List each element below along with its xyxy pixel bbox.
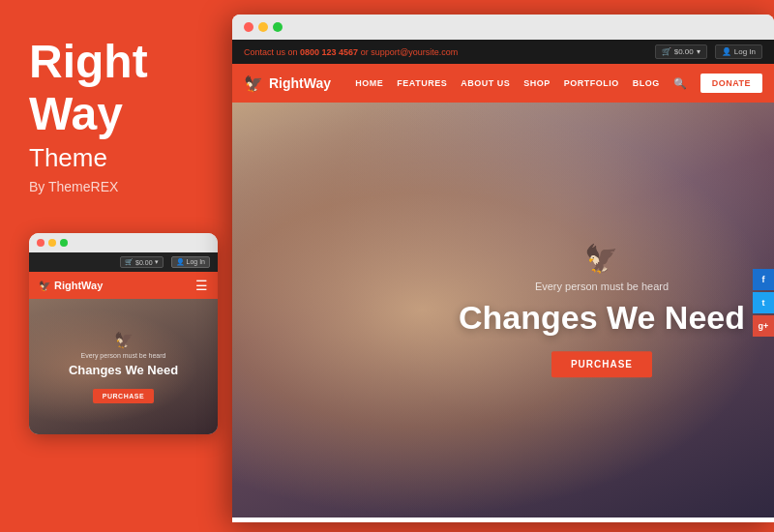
mobile-cart-button[interactable]: 🛒 $0.00 ▾ — [120, 256, 164, 268]
desktop-twitter-button[interactable]: t — [753, 292, 774, 313]
left-panel: Right Way Theme By ThemeREX 🛒 $0.00 ▾ 👤 … — [0, 0, 237, 532]
desktop-hero-eagle-icon: 🦅 — [459, 243, 745, 275]
desktop-hero-title: Changes We Need — [459, 300, 745, 336]
desktop-hero-tagline: Every person must be heard — [459, 281, 745, 292]
mobile-logo-text: RightWay — [54, 280, 103, 291]
desktop-hero-content: 🦅 Every person must be heard Changes We … — [459, 243, 745, 377]
desktop-donate-button[interactable]: DONATE — [700, 74, 762, 93]
mobile-login-button[interactable]: 👤 Log In — [171, 256, 210, 268]
mobile-dot-yellow — [48, 239, 56, 247]
desktop-search-icon[interactable]: 🔍 — [673, 77, 687, 90]
desktop-social-buttons: f t g+ — [753, 269, 774, 337]
theme-title: Right Way — [29, 39, 208, 143]
mobile-hero: 🦅 Every person must be heard Changes We … — [29, 299, 218, 434]
mobile-hero-tagline: Every person must be heard — [69, 352, 178, 359]
desktop-browser-bar — [232, 15, 774, 40]
mobile-nav: 🦅 RightWay ☰ — [29, 272, 218, 299]
mobile-hamburger-icon[interactable]: ☰ — [195, 278, 208, 293]
mobile-mockup: 🛒 $0.00 ▾ 👤 Log In 🦅 RightWay ☰ 🦅 Every … — [29, 233, 218, 434]
desktop-googleplus-button[interactable]: g+ — [753, 315, 774, 337]
desktop-dot-yellow — [258, 22, 268, 32]
mobile-eagle-icon: 🦅 — [39, 281, 50, 291]
desktop-nav-home[interactable]: HOME — [355, 78, 383, 88]
theme-subtitle: Theme — [29, 143, 208, 173]
desktop-top-right: 🛒 $0.00 ▾ 👤 Log In — [655, 44, 762, 59]
desktop-nav-blog[interactable]: BLOG — [633, 78, 660, 88]
mobile-purchase-button[interactable]: PURCHASE — [93, 389, 154, 403]
desktop-nav-about[interactable]: ABOUT US — [461, 78, 510, 88]
desktop-dot-red — [244, 22, 253, 32]
desktop-email: support@yoursite.com — [371, 47, 458, 57]
desktop-login-button[interactable]: 👤 Log In — [715, 44, 762, 59]
desktop-nav-shop[interactable]: SHOP — [523, 78, 551, 88]
desktop-hero: 🦅 Every person must be heard Changes We … — [232, 103, 774, 517]
mobile-hero-content: 🦅 Every person must be heard Changes We … — [61, 323, 186, 411]
desktop-top-bar: Contact us on 0800 123 4567 or support@y… — [232, 40, 774, 64]
desktop-dot-green — [273, 22, 283, 32]
desktop-logo-eagle-icon: 🦅 — [244, 74, 263, 93]
theme-by: By ThemeREX — [29, 179, 208, 194]
mobile-logo: 🦅 RightWay — [39, 280, 103, 291]
desktop-logo-text: RightWay — [269, 75, 331, 91]
desktop-nav: 🦅 RightWay HOME FEATURES ABOUT US SHOP P… — [232, 64, 774, 103]
mobile-dot-red — [37, 239, 45, 247]
desktop-nav-links: HOME FEATURES ABOUT US SHOP PORTFOLIO BL… — [355, 74, 762, 93]
desktop-phone-number: 0800 123 4567 — [300, 47, 358, 57]
desktop-cart-button[interactable]: 🛒 $0.00 ▾ — [655, 44, 707, 59]
desktop-nav-features[interactable]: FEATURES — [397, 78, 447, 88]
mobile-hero-title: Changes We Need — [69, 363, 178, 377]
desktop-facebook-button[interactable]: f — [753, 269, 774, 290]
mobile-dot-green — [60, 239, 68, 247]
desktop-contact-info: Contact us on 0800 123 4567 or support@y… — [244, 47, 458, 57]
mobile-browser-bar — [29, 233, 218, 252]
desktop-nav-portfolio[interactable]: PORTFOLIO — [564, 78, 619, 88]
desktop-mockup: Contact us on 0800 123 4567 or support@y… — [232, 15, 774, 522]
desktop-contact-text: Contact us on 0800 123 4567 or support@y… — [244, 47, 458, 57]
desktop-purchase-button[interactable]: PURCHASE — [551, 351, 652, 377]
mobile-top-bar: 🛒 $0.00 ▾ 👤 Log In — [29, 252, 218, 272]
desktop-logo: 🦅 RightWay — [244, 74, 331, 93]
mobile-hero-eagle-icon: 🦅 — [69, 331, 178, 349]
